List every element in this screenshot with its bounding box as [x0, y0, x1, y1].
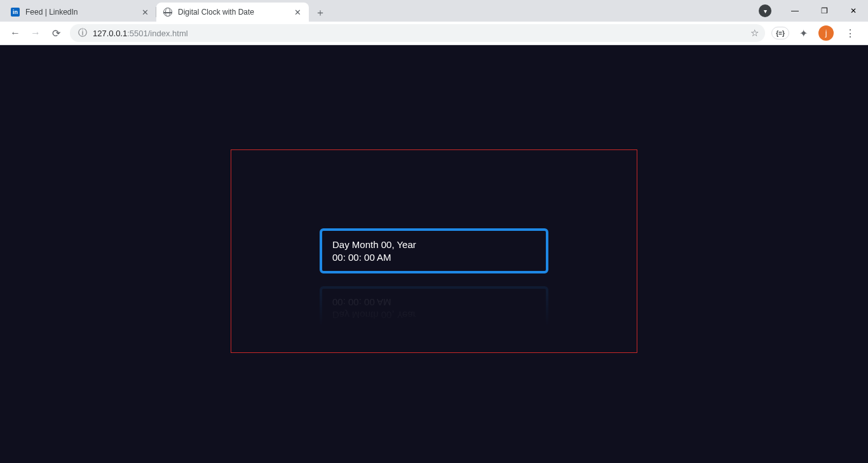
extension-devtools-icon[interactable]: {=} [771, 27, 789, 39]
linkedin-icon: in [10, 7, 20, 17]
minimize-button[interactable]: — [780, 0, 810, 22]
address-bar[interactable]: ⓘ 127.0.0.1:5501/index.html ☆ [70, 24, 765, 42]
bookmark-icon[interactable]: ☆ [750, 27, 759, 39]
browser-tab-strip: in Feed | LinkedIn ✕ Digital Clock with … [0, 0, 868, 22]
extensions-icon[interactable]: ✦ [793, 23, 813, 43]
clock-date-line: Day Month 00, Year [332, 238, 536, 251]
close-window-button[interactable]: ✕ [839, 0, 868, 22]
browser-tab-clock[interactable]: Digital Clock with Date ✕ [156, 3, 309, 22]
url-text: 127.0.0.1:5501/index.html [93, 29, 188, 38]
search-tabs-icon[interactable]: ▾ [759, 4, 771, 17]
tab-title: Feed | LinkedIn [25, 8, 140, 17]
browser-toolbar: ← → ⟳ ⓘ 127.0.0.1:5501/index.html ☆ {=} … [0, 22, 868, 45]
page-viewport: Day Month 00, Year 00: 00: 00 AM Day Mon… [0, 45, 868, 463]
clock-time-line: 00: 00: 00 AM [332, 251, 536, 264]
new-tab-button[interactable]: ＋ [311, 4, 329, 22]
clock-panel: Day Month 00, Year 00: 00: 00 AM [320, 228, 548, 273]
clock-reflection: Day Month 00, Year 00: 00: 00 AM [320, 286, 548, 331]
close-icon[interactable]: ✕ [140, 8, 150, 17]
clock-container: Day Month 00, Year 00: 00: 00 AM Day Mon… [231, 149, 637, 353]
browser-tab-linkedin[interactable]: in Feed | LinkedIn ✕ [4, 3, 156, 22]
globe-icon [163, 7, 173, 17]
reload-button[interactable]: ⟳ [46, 23, 66, 43]
profile-avatar[interactable]: j [818, 25, 834, 41]
tab-title: Digital Clock with Date [178, 8, 292, 17]
site-info-icon[interactable]: ⓘ [76, 27, 89, 39]
forward-button: → [25, 23, 46, 43]
back-button[interactable]: ← [5, 23, 25, 43]
close-icon[interactable]: ✕ [292, 8, 302, 17]
menu-icon[interactable]: ⋮ [840, 23, 860, 43]
maximize-button[interactable]: ❐ [810, 0, 839, 22]
